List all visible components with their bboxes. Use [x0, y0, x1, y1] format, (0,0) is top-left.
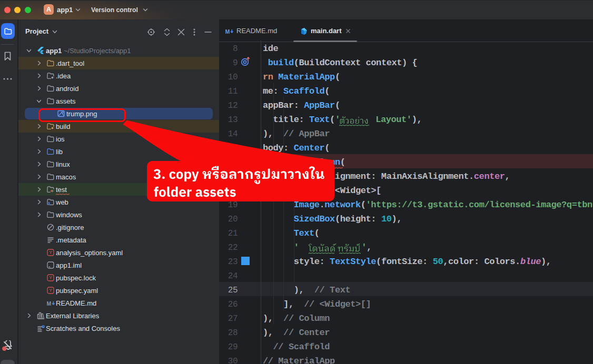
svg-text:M: M: [47, 300, 52, 307]
svg-text:Y: Y: [49, 288, 52, 293]
svg-text:Y: Y: [49, 250, 52, 255]
svg-text:Y: Y: [49, 275, 52, 280]
svg-text:M: M: [225, 28, 230, 35]
